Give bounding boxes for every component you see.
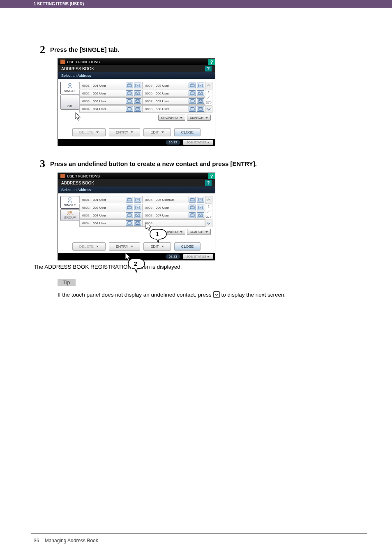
email-icon[interactable] xyxy=(197,212,204,218)
entry-number: 0002 xyxy=(80,92,92,95)
help-icon[interactable]: ? xyxy=(205,66,212,71)
fax-icon[interactable] xyxy=(189,83,196,88)
entry-number: 0007 xyxy=(143,99,155,103)
email-icon[interactable] xyxy=(197,90,204,96)
address-entry[interactable]: 0002002 User xyxy=(79,204,142,211)
entry-name: 003 User xyxy=(92,214,125,217)
fax-icon[interactable] xyxy=(189,205,196,210)
fax-icon[interactable] xyxy=(126,197,133,203)
edit-button[interactable]: EDIT xyxy=(143,242,171,251)
fax-icon[interactable] xyxy=(189,212,196,218)
known-id-label: KNOWN ID xyxy=(161,116,178,120)
address-entry[interactable]: 0004004 User xyxy=(79,105,142,113)
address-entry[interactable]: 0004004 User xyxy=(79,219,142,227)
address-entry[interactable]: 0006006 User xyxy=(142,204,205,211)
entry-button[interactable]: ENTRY xyxy=(109,242,140,251)
job-status-button[interactable]: JOB STATUS xyxy=(183,140,213,145)
known-id-button[interactable]: KNOWN ID xyxy=(158,115,185,121)
delete-button[interactable]: DELETE xyxy=(72,242,106,251)
scroll-up-button[interactable] xyxy=(205,82,212,89)
email-icon[interactable] xyxy=(134,98,141,104)
email-icon[interactable] xyxy=(197,205,204,210)
email-icon[interactable] xyxy=(134,90,141,96)
email-icon[interactable] xyxy=(134,212,141,218)
screenshot-b: USER FUNCTIONS ? ADDRESS BOOK ? Select a… xyxy=(58,173,215,260)
tab-group[interactable]: GR xyxy=(60,95,79,110)
address-entry[interactable]: 0006006 User xyxy=(142,90,205,97)
delete-button[interactable]: DELETE xyxy=(72,128,106,136)
email-icon[interactable] xyxy=(197,98,204,104)
entry-name: 006 User xyxy=(155,92,188,95)
fax-icon[interactable] xyxy=(189,106,196,112)
page-number: 36 xyxy=(34,538,39,543)
tab-group-label: GROUP xyxy=(64,216,76,219)
scroll-count-bot: 375 xyxy=(206,101,211,104)
entry-button[interactable]: ENTRY xyxy=(109,128,140,136)
step-2-instruction: Press the [SINGLE] tab. xyxy=(50,44,119,53)
address-entry[interactable]: 0005005 User xyxy=(142,82,205,89)
svg-rect-10 xyxy=(128,99,131,100)
scroll-down-button[interactable] xyxy=(205,220,212,227)
entry-label: ENTRY xyxy=(116,244,128,249)
fax-icon[interactable] xyxy=(126,83,133,88)
help-icon[interactable]: ? xyxy=(208,59,215,65)
svg-rect-18 xyxy=(191,84,194,85)
fax-icon[interactable] xyxy=(126,205,133,210)
email-icon[interactable] xyxy=(197,106,204,112)
fax-icon[interactable] xyxy=(126,98,133,104)
scroll-up-button[interactable] xyxy=(205,196,212,203)
entry-name: 001 User xyxy=(92,84,125,88)
edit-button[interactable]: EDIT xyxy=(143,128,171,136)
close-button[interactable]: CLOSE xyxy=(174,128,201,136)
close-button[interactable]: CLOSE xyxy=(174,242,201,251)
scroll-down-button[interactable] xyxy=(205,106,212,113)
search-button[interactable]: SEARCH xyxy=(187,115,211,121)
tab-single[interactable]: SINGLE xyxy=(60,196,79,209)
address-entry[interactable]: 0007007 User xyxy=(142,212,205,219)
email-icon[interactable] xyxy=(197,83,204,88)
fax-icon[interactable] xyxy=(189,98,196,104)
scroll-track: 1 375 xyxy=(205,89,212,106)
fax-icon[interactable] xyxy=(126,220,133,226)
address-entry[interactable]: 0003003 User xyxy=(79,97,142,105)
address-entry[interactable]: 0003003 User xyxy=(79,212,142,219)
address-entry[interactable]: 0005005 User005 xyxy=(142,196,205,203)
fax-icon[interactable] xyxy=(126,212,133,218)
search-button[interactable]: SEARCH xyxy=(187,229,211,235)
fax-icon[interactable] xyxy=(189,90,196,96)
svg-rect-50 xyxy=(128,223,130,224)
scroll-count-bot: 375 xyxy=(206,215,211,219)
svg-rect-15 xyxy=(128,108,130,110)
help-icon[interactable]: ? xyxy=(208,173,215,179)
tab-group[interactable]: GROUP xyxy=(60,209,79,221)
address-entry[interactable]: 0008008 User xyxy=(142,105,205,113)
fax-icon[interactable] xyxy=(126,90,133,96)
email-icon[interactable] xyxy=(134,220,141,226)
address-entry[interactable]: 0001001 User xyxy=(79,82,142,89)
email-icon[interactable] xyxy=(197,197,204,203)
email-icon[interactable] xyxy=(134,205,141,210)
svg-rect-42 xyxy=(128,207,130,208)
address-entry[interactable]: 0001001 User xyxy=(79,196,142,203)
fax-icon[interactable] xyxy=(189,197,196,203)
scroll-track: 1 375 xyxy=(205,203,212,220)
address-entry[interactable]: 0002002 User xyxy=(79,90,142,97)
tab-single-label: SINGLE xyxy=(64,203,76,207)
tab-single[interactable]: SINGLE xyxy=(60,82,79,94)
email-icon[interactable] xyxy=(134,106,141,112)
email-icon[interactable] xyxy=(134,83,141,88)
help-icon[interactable]: ? xyxy=(205,180,212,186)
job-status-button[interactable]: JOB STATUS xyxy=(183,254,213,259)
footer-section: Managing Address Book xyxy=(45,538,98,543)
email-icon[interactable] xyxy=(134,197,141,203)
dropdown-icon xyxy=(131,246,133,247)
entry-name: 004 User xyxy=(92,107,125,111)
svg-point-35 xyxy=(70,211,72,213)
fax-icon[interactable] xyxy=(126,106,133,112)
svg-rect-23 xyxy=(191,93,193,94)
dropdown-icon xyxy=(205,231,208,233)
entry-number: 0008 xyxy=(143,107,155,111)
address-entry[interactable]: 0007007 User xyxy=(142,97,205,105)
edit-label: EDIT xyxy=(150,130,159,134)
entry-number: 0006 xyxy=(143,92,155,95)
